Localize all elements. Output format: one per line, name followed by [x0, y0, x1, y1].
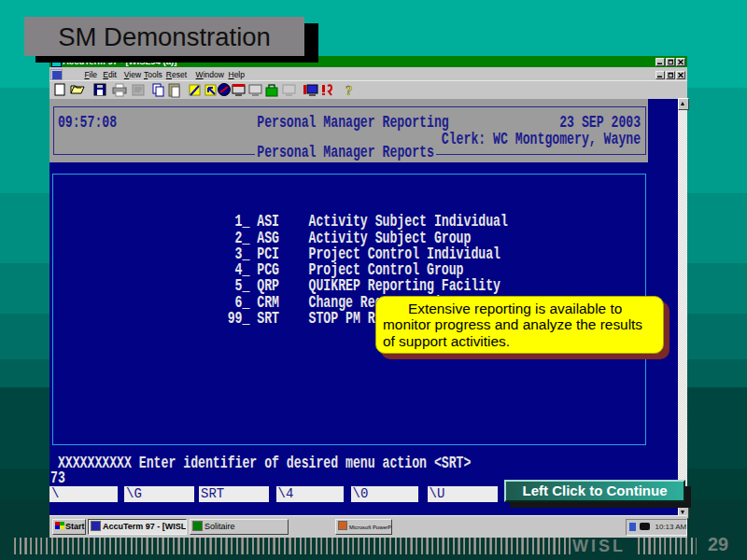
svg-text:?: ? — [345, 83, 353, 98]
